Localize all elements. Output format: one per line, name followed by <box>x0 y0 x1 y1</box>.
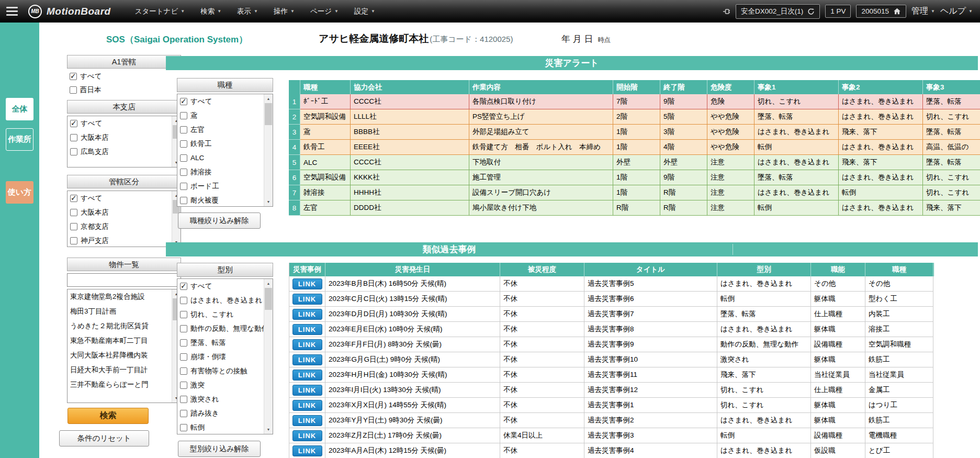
property-list-item[interactable]: 東京建物堂島2複合施設 <box>67 289 181 304</box>
alert-table-row[interactable]: 8 左官 DDDD社 鳩小屋吹き付け下地 R階 R階 注意 転倒 はさまれ、巻き… <box>289 200 980 216</box>
menu-item[interactable]: 設定 ▼ <box>354 7 375 16</box>
checkbox[interactable]: ✓ <box>180 311 187 318</box>
link-button[interactable]: LINK <box>292 415 322 426</box>
section-header-katabetsu[interactable]: 型別 <box>177 263 273 277</box>
rail-button-tsukaikata[interactable]: 使い方 <box>6 181 33 204</box>
property-list-item[interactable]: 三井不動産ららぽーと門 <box>67 377 181 392</box>
checkbox[interactable]: ✓ <box>180 112 187 119</box>
checkbox-item[interactable]: ✓ すべて <box>67 116 181 130</box>
checkbox-item[interactable]: ✓ はさまれ、巻き込まれ <box>177 293 273 307</box>
user-id-box[interactable]: 2005015 <box>856 5 906 18</box>
checkbox[interactable]: ✓ <box>180 396 187 403</box>
scrollbar[interactable]: ▲ ▼ <box>264 94 273 206</box>
checkbox-item[interactable]: ✓ 激突 <box>177 378 273 392</box>
checkbox[interactable]: ✓ <box>70 195 77 202</box>
rail-button-zentai[interactable]: 全体 <box>6 98 33 120</box>
checkbox[interactable]: ✓ <box>70 209 77 216</box>
link-button[interactable]: LINK <box>292 400 322 411</box>
checkbox[interactable]: ✓ <box>180 297 187 304</box>
menu-item[interactable]: 検索 ▼ <box>200 7 221 16</box>
alert-table-row[interactable]: 1 ﾎﾞｰﾄﾞ工 CCCC社 各階点検口取り付け 7階 9階 危険 切れ、こすれ… <box>289 94 980 109</box>
checkbox[interactable]: ✓ <box>180 126 187 133</box>
checkbox-item[interactable]: ✓ ALC <box>177 151 273 165</box>
link-button[interactable]: LINK <box>292 339 322 350</box>
checkbox-item[interactable]: ✓ 左官 <box>177 122 273 137</box>
checkbox-item[interactable]: ✓ すべて <box>177 94 273 108</box>
section-header-kankatsu[interactable]: 管轄区分 <box>67 175 181 188</box>
checkbox[interactable]: ✓ <box>70 223 77 230</box>
checkbox[interactable]: ✓ <box>180 382 187 389</box>
rail-button-sagyosho[interactable]: 作業所 <box>6 128 33 151</box>
checkbox-item[interactable]: ✓ 耐火被覆 <box>177 193 273 207</box>
checkbox[interactable]: ✓ <box>180 183 187 190</box>
checkbox[interactable]: ✓ <box>180 325 187 332</box>
link-button[interactable]: LINK <box>292 385 322 396</box>
checkbox[interactable]: ✓ <box>180 98 187 105</box>
link-button[interactable]: LINK <box>292 278 322 289</box>
alert-table-row[interactable]: 3 鳶 BBBB社 外部足場組み立て 1階 3階 やや危険 はさまれ、巻き込まれ… <box>289 125 980 140</box>
bukken-search-input[interactable] <box>67 273 181 287</box>
admin-menu[interactable]: 管理 ▼ <box>911 6 935 17</box>
alert-table-row[interactable]: 4 鉄骨工 EEEE社 鉄骨建て方 相番 ボルト入れ 本締め 1階 4階 やや危… <box>289 140 980 155</box>
alert-table-row[interactable]: 2 空気調和設備 LLLL社 PS竪管立ち上げ 2階 5階 やや危険 墜落、転落… <box>289 109 980 125</box>
menu-item[interactable]: 表示 ▼ <box>237 7 258 16</box>
checkbox-item[interactable]: ✓ 崩壊・倒壊 <box>177 350 273 364</box>
scroll-up-icon[interactable]: ▲ <box>264 95 273 103</box>
checkbox-item[interactable]: ✓ 雑溶接 <box>177 165 273 179</box>
checkbox[interactable]: ✓ <box>180 424 187 431</box>
section-header-shokushu[interactable]: 職種 <box>177 78 273 92</box>
checkbox-item[interactable]: ✓ 広島支店 <box>67 144 181 159</box>
home-icon[interactable] <box>893 7 901 15</box>
property-list-item[interactable]: 大同大阪本社昇降機内装 <box>67 348 181 363</box>
property-list-item[interactable]: 梅田3丁目計画 <box>67 304 181 319</box>
shokushu-clear-button[interactable]: 職種絞り込み解除 <box>178 213 261 229</box>
checkbox[interactable]: ✓ <box>180 353 187 361</box>
checkbox-item[interactable]: ✓ 西日本 <box>67 83 181 97</box>
connection-icon[interactable] <box>722 7 730 16</box>
section-header-bukken[interactable]: 物件一覧 <box>67 258 181 271</box>
checkbox[interactable]: ✓ <box>180 197 187 204</box>
checkbox[interactable]: ✓ <box>180 154 187 162</box>
reset-conditions-button[interactable]: 条件のリセット <box>59 430 149 446</box>
checkbox-item[interactable]: ✓ すべて <box>67 191 181 205</box>
checkbox-item[interactable]: ✓ 鳶 <box>177 108 273 122</box>
menu-item[interactable]: 操作 ▼ <box>274 7 295 16</box>
checkbox[interactable]: ✓ <box>180 140 187 148</box>
link-button[interactable]: LINK <box>292 445 322 456</box>
checkbox[interactable]: ✓ <box>180 339 187 347</box>
scroll-down-icon[interactable]: ▼ <box>264 426 273 433</box>
checkbox-item[interactable]: ✓ 動作の反動、無理な動作 <box>177 321 273 336</box>
katabetsu-clear-button[interactable]: 型別絞り込み解除 <box>178 441 261 457</box>
checkbox[interactable]: ✓ <box>180 410 187 417</box>
link-button[interactable]: LINK <box>292 370 322 381</box>
property-list-item[interactable]: うめきた２期北街区賃貸 <box>67 319 181 333</box>
link-button[interactable]: LINK <box>292 294 322 305</box>
help-menu[interactable]: ヘルプ ▼ <box>940 6 973 17</box>
checkbox-item[interactable]: ✓ 踏み抜き <box>177 406 273 420</box>
checkbox-item[interactable]: ✓ 墜落、転落 <box>177 336 273 350</box>
section-header-honshiten[interactable]: 本支店 <box>67 100 181 114</box>
scrollbar[interactable]: ▲ ▼ <box>264 279 273 434</box>
property-list-item[interactable]: 日経大和大手前一丁目計 <box>67 363 181 377</box>
checkbox-item[interactable]: ✓ 切れ、こすれ <box>177 307 273 321</box>
checkbox[interactable]: ✓ <box>180 169 187 176</box>
checkbox[interactable]: ✓ <box>70 120 77 127</box>
scrollbar-thumb[interactable] <box>265 103 272 125</box>
checkbox-item[interactable]: ✓ すべて <box>67 70 181 83</box>
section-header-a1[interactable]: A1管轄 <box>67 55 181 69</box>
scroll-down-icon[interactable]: ▼ <box>264 198 273 206</box>
scroll-up-icon[interactable]: ▲ <box>264 280 273 287</box>
checkbox[interactable]: ✓ <box>70 86 77 94</box>
checkbox[interactable]: ✓ <box>180 283 187 290</box>
checkbox[interactable]: ✓ <box>70 134 77 141</box>
checkbox-item[interactable]: ✓ すべて <box>177 279 273 293</box>
menu-item[interactable]: スタートナビ ▼ <box>135 7 185 16</box>
link-button[interactable]: LINK <box>292 430 322 441</box>
hamburger-menu-icon[interactable] <box>0 0 24 23</box>
checkbox-item[interactable]: ✓ 激突され <box>177 392 273 406</box>
checkbox[interactable]: ✓ <box>70 73 77 80</box>
checkbox-item[interactable]: ✓ 神戸支店 <box>67 233 181 247</box>
checkbox-item[interactable]: ✓ ボード工 <box>177 179 273 193</box>
checkbox-item[interactable]: ✓ 有害物等との接触 <box>177 364 273 378</box>
alert-table-row[interactable]: 7 雑溶接 HHHH社 設備スリーブ開口穴あけ 1階 R階 注意 はさまれ、巻き… <box>289 185 980 200</box>
